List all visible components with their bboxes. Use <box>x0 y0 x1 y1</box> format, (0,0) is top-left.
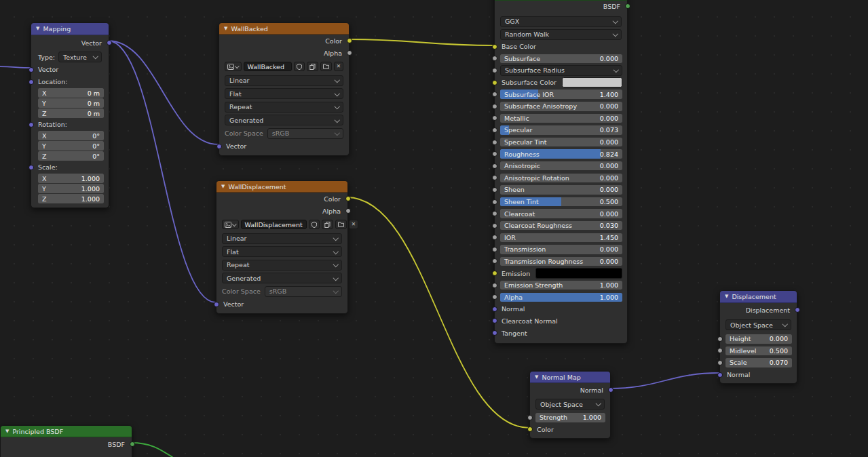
sheen-input-socket[interactable] <box>492 187 497 193</box>
fake-user-button[interactable] <box>294 62 305 71</box>
clearcoat-roughness-field[interactable]: Clearcoat Roughness 0.030 <box>500 221 622 231</box>
new-image-copy-button[interactable] <box>307 62 318 71</box>
ior-field[interactable]: IOR 1.450 <box>500 233 622 243</box>
transmission-input-socket[interactable] <box>492 247 497 252</box>
height-input-socket[interactable] <box>717 336 723 342</box>
subsurface-radius-dropdown[interactable]: Subsurface Radius <box>500 65 622 76</box>
interpolation-dropdown[interactable]: Linear <box>222 233 342 244</box>
scale-field[interactable]: Scale 0.070 <box>725 358 792 367</box>
displacement-output-socket[interactable] <box>795 307 800 313</box>
specular-input-socket[interactable] <box>492 127 497 133</box>
color-output-socket[interactable] <box>345 196 351 201</box>
midlevel-field[interactable]: Midlevel 0.500 <box>725 346 792 356</box>
bsdf-output-socket[interactable] <box>625 3 630 9</box>
image-browser-button[interactable] <box>222 220 239 229</box>
clearcoat-input-socket[interactable] <box>492 211 497 216</box>
node-wallbacked-header[interactable]: ▼ WallBacked <box>219 23 349 35</box>
anisotropic-rotation-field[interactable]: Anisotropic Rotation 0.000 <box>500 174 622 183</box>
space-dropdown[interactable]: Object Space <box>535 399 605 410</box>
metallic-input-socket[interactable] <box>492 115 497 121</box>
location-y-field[interactable]: Y 0 m <box>38 98 104 108</box>
anisotropic-rotation-input-socket[interactable] <box>492 175 497 180</box>
sheen-field[interactable]: Sheen 0.000 <box>500 185 622 195</box>
source-dropdown[interactable]: Generated <box>225 115 343 125</box>
location-x-field[interactable]: X 0 m <box>38 88 104 98</box>
strength-input-socket[interactable] <box>527 415 533 420</box>
alpha-output-socket[interactable] <box>347 50 352 56</box>
sheen-tint-input-socket[interactable] <box>492 199 497 205</box>
alpha-field[interactable]: Alpha 1.000 <box>500 293 622 302</box>
clearcoat-normal-input-socket[interactable] <box>492 318 497 323</box>
image-name-field[interactable]: WallDisplacement <box>241 220 307 229</box>
location-z-field[interactable]: Z 0 m <box>38 108 104 118</box>
scale-x-field[interactable]: X 1.000 <box>38 174 104 183</box>
specular-field[interactable]: Specular 0.073 <box>500 125 622 135</box>
open-image-button[interactable] <box>320 62 332 71</box>
bsdf-output-socket[interactable] <box>130 441 135 447</box>
color-space-dropdown[interactable]: sRGB <box>265 286 342 297</box>
open-image-button[interactable] <box>335 220 347 229</box>
node-walldisplacement-header[interactable]: ▼ WallDisplacement <box>216 181 347 193</box>
transmission-roughness-input-socket[interactable] <box>492 258 497 264</box>
alpha-input-socket[interactable] <box>492 294 497 300</box>
vector-input-socket[interactable] <box>29 67 34 73</box>
vector-input-socket[interactable] <box>214 302 219 307</box>
subsurface-ior-field[interactable]: Subsurface IOR 1.400 <box>500 90 622 99</box>
rotation-y-field[interactable]: Y 0° <box>38 141 104 151</box>
midlevel-input-socket[interactable] <box>717 348 723 353</box>
subsurface-method-dropdown[interactable]: Random Walk <box>500 29 622 40</box>
subsurface-ior-input-socket[interactable] <box>492 92 497 97</box>
vector-input-socket[interactable] <box>216 144 222 149</box>
sheen-tint-field[interactable]: Sheen Tint 0.500 <box>500 197 622 207</box>
fake-user-button[interactable] <box>309 220 320 229</box>
interpolation-dropdown[interactable]: Linear <box>225 75 343 86</box>
node-normal-map-header[interactable]: ▼ Normal Map <box>530 372 610 383</box>
anisotropic-input-socket[interactable] <box>492 163 497 169</box>
normal-input-socket[interactable] <box>717 372 723 378</box>
specular-tint-input-socket[interactable] <box>492 140 497 145</box>
roughness-input-socket[interactable] <box>492 151 497 157</box>
collapse-chevron-icon[interactable]: ▼ <box>535 375 538 380</box>
collapse-chevron-icon[interactable]: ▼ <box>224 26 227 31</box>
alpha-output-socket[interactable] <box>345 208 351 214</box>
tangent-input-socket[interactable] <box>492 330 497 336</box>
specular-tint-field[interactable]: Specular Tint 0.000 <box>500 138 622 147</box>
location-input-socket[interactable] <box>29 79 34 85</box>
node-principled-bottom-header[interactable]: ▼ Principled BSDF <box>1 426 132 437</box>
node-displacement[interactable]: ▼ Displacement Displacement Object Space… <box>719 290 797 384</box>
emission-strength-field[interactable]: Emission Strength 1.000 <box>500 281 622 290</box>
emission-color-swatch[interactable] <box>535 268 622 279</box>
node-mapping-header[interactable]: ▼ Mapping <box>31 23 109 35</box>
color-space-dropdown[interactable]: sRGB <box>267 128 343 139</box>
node-displacement-header[interactable]: ▼ Displacement <box>720 291 797 303</box>
transmission-field[interactable]: Transmission 0.000 <box>500 245 622 254</box>
image-browser-button[interactable] <box>225 62 242 71</box>
projection-dropdown[interactable]: Flat <box>222 246 342 257</box>
new-image-copy-button[interactable] <box>322 220 333 229</box>
source-dropdown[interactable]: Generated <box>222 273 342 283</box>
collapse-chevron-icon[interactable]: ▼ <box>36 26 39 31</box>
rotation-x-field[interactable]: X 0° <box>38 131 104 140</box>
subsurface-anisotropy-field[interactable]: Subsurface Anisotropy 0.000 <box>500 102 622 111</box>
ior-input-socket[interactable] <box>492 235 497 240</box>
strength-field[interactable]: Strength 1.000 <box>535 413 605 422</box>
normal-input-socket[interactable] <box>492 306 497 312</box>
scale-input-socket[interactable] <box>29 165 34 170</box>
node-principled-bsdf-bottom[interactable]: ▼ Principled BSDF BSDF <box>0 425 132 457</box>
collapse-chevron-icon[interactable]: ▼ <box>5 429 9 434</box>
node-normal-map[interactable]: ▼ Normal Map Normal Object Space Strengt… <box>529 371 611 439</box>
space-dropdown[interactable]: Object Space <box>725 319 791 330</box>
clearcoat-roughness-input-socket[interactable] <box>492 223 497 228</box>
subsurface-field[interactable]: Subsurface 0.000 <box>500 54 622 64</box>
distribution-dropdown[interactable]: GGX <box>500 16 622 27</box>
subsurface-radius-input-socket[interactable] <box>492 68 497 73</box>
color-input-socket[interactable] <box>527 426 533 432</box>
metallic-field[interactable]: Metallic 0.000 <box>500 114 622 123</box>
emission-strength-input-socket[interactable] <box>492 283 497 288</box>
transmission-roughness-field[interactable]: Transmission Roughness 0.000 <box>500 257 622 266</box>
image-name-field[interactable]: WallBacked <box>244 62 292 71</box>
scale-input-socket[interactable] <box>717 360 723 365</box>
collapse-chevron-icon[interactable]: ▼ <box>221 184 225 189</box>
roughness-field[interactable]: Roughness 0.824 <box>500 149 622 159</box>
node-wallbacked[interactable]: ▼ WallBacked Color Alpha WallBacked <box>219 22 350 156</box>
